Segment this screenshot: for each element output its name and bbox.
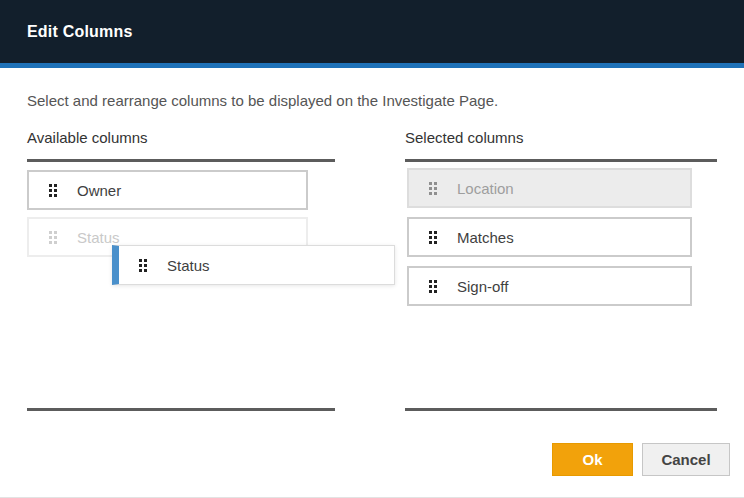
column-item-label: Owner: [77, 182, 121, 199]
selected-divider-bottom: [405, 408, 717, 411]
drag-handle-icon[interactable]: [429, 231, 437, 244]
column-item-sign-off[interactable]: Sign-off: [407, 266, 692, 306]
column-item-label: Sign-off: [457, 278, 508, 295]
column-item-label: Status: [167, 257, 210, 274]
available-columns-list: Owner Status Status: [27, 162, 335, 408]
column-item-location-disabled: Location: [407, 168, 692, 208]
column-item-status-dragging[interactable]: Status: [112, 245, 395, 285]
available-divider-bottom: [27, 408, 335, 411]
available-columns-label: Available columns: [27, 129, 335, 146]
dialog-header: Edit Columns: [0, 0, 744, 63]
dialog-footer: Ok Cancel: [552, 443, 730, 476]
column-item-matches[interactable]: Matches: [407, 217, 692, 257]
available-columns-panel: Available columns Owner Status Status: [27, 129, 335, 411]
column-item-label: Matches: [457, 229, 514, 246]
drag-handle-icon: [49, 231, 57, 244]
column-item-owner[interactable]: Owner: [27, 170, 308, 210]
cancel-button[interactable]: Cancel: [642, 443, 730, 476]
drag-handle-icon[interactable]: [49, 184, 57, 197]
drag-handle-icon: [429, 182, 437, 195]
selected-columns-label: Selected columns: [405, 129, 717, 146]
dialog-title: Edit Columns: [27, 23, 133, 41]
selected-columns-list: Location Matches Sign-off: [405, 162, 717, 408]
edit-columns-dialog: Edit Columns Select and rearrange column…: [0, 0, 744, 498]
drag-handle-icon[interactable]: [139, 259, 147, 272]
columns-area: Available columns Owner Status Status: [0, 129, 744, 411]
column-item-label: Location: [457, 180, 514, 197]
selected-columns-panel: Selected columns Location Matches Sign-o…: [405, 129, 717, 411]
dialog-description: Select and rearrange columns to be displ…: [27, 92, 717, 109]
drag-handle-icon[interactable]: [429, 280, 437, 293]
ok-button[interactable]: Ok: [552, 443, 633, 476]
column-item-label: Status: [77, 229, 120, 246]
header-accent-bar: [0, 63, 744, 68]
